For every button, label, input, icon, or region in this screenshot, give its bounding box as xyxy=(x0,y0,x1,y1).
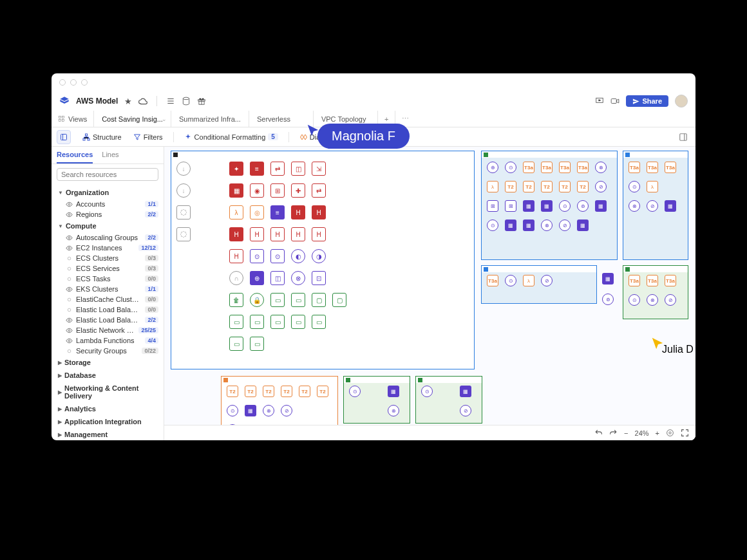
gift-icon[interactable] xyxy=(197,97,206,106)
canvas-node[interactable]: ▦ xyxy=(577,219,589,231)
window-zoom-dot[interactable] xyxy=(81,79,88,86)
tree-item[interactable]: Regions2/2 xyxy=(54,209,161,219)
tree-group-header[interactable]: ▶Networking & Content Delivery xyxy=(54,382,161,402)
canvas-node[interactable]: H xyxy=(312,205,326,219)
canvas-node[interactable]: H xyxy=(229,227,243,241)
canvas-node[interactable]: T2 xyxy=(559,181,571,192)
canvas-node[interactable]: ↓ xyxy=(176,183,191,198)
canvas-node[interactable]: ⊕ xyxy=(250,271,264,285)
window-close-dot[interactable] xyxy=(59,79,66,86)
canvas-region-tr1[interactable]: ⊕ ⊙ T3a T3a T3a T3a ⊗ λ T2 T2 T2 T2 T2 ⊘… xyxy=(481,151,618,260)
views-button[interactable]: Views xyxy=(52,111,94,127)
canvas-node[interactable]: ▦ xyxy=(595,200,607,212)
window-minimize-dot[interactable] xyxy=(70,79,77,86)
canvas-node[interactable]: ⊙ xyxy=(629,181,640,192)
filters-button[interactable]: Filters xyxy=(129,131,167,143)
tree-item[interactable]: Elastic Load Balancers0/0 xyxy=(54,304,161,315)
canvas-node[interactable]: ≡ xyxy=(270,205,285,219)
canvas-node[interactable]: T3a xyxy=(629,275,640,286)
present-icon[interactable] xyxy=(595,97,604,106)
tree-group-header[interactable]: ▶Storage xyxy=(54,356,161,369)
share-button[interactable]: Share xyxy=(626,95,668,107)
canvas-node[interactable]: H xyxy=(250,227,264,241)
tree-item[interactable]: ECS Services0/3 xyxy=(54,263,161,274)
canvas-node[interactable]: ⇄ xyxy=(312,183,326,198)
canvas-node[interactable]: ⊙ xyxy=(505,162,516,173)
canvas-node[interactable]: ▢ xyxy=(332,293,346,307)
canvas-region-bg2[interactable]: ⊙ ▦ ⊘ xyxy=(415,376,482,424)
visibility-icon[interactable] xyxy=(66,245,72,252)
canvas-node[interactable]: T2 xyxy=(577,181,589,192)
video-icon[interactable] xyxy=(610,97,619,106)
canvas-node[interactable]: T2 xyxy=(227,386,238,397)
conditional-formatting-button[interactable]: Conditional Formatting 5 xyxy=(180,131,282,143)
canvas-node[interactable]: ⊙ xyxy=(421,386,433,397)
canvas-node[interactable] xyxy=(176,227,191,241)
canvas-node[interactable]: ▦ xyxy=(665,200,676,212)
canvas-node[interactable]: ◑ xyxy=(312,249,326,263)
tree-item[interactable]: Elastic Load Balancers V22/2 xyxy=(54,315,161,325)
canvas-node[interactable]: T3a xyxy=(647,275,658,286)
canvas-node[interactable]: ⊕ xyxy=(487,162,498,173)
canvas-node[interactable]: ⊘ xyxy=(647,200,658,212)
canvas-node[interactable]: ⊙ xyxy=(250,249,264,263)
tree-group-header[interactable]: ▼Compute xyxy=(54,219,161,232)
canvas-node[interactable]: ▦ xyxy=(505,219,516,231)
canvas-node[interactable]: ▦ xyxy=(245,405,256,416)
canvas-node[interactable]: T2 xyxy=(523,181,534,192)
canvas-node[interactable]: H xyxy=(270,227,285,241)
canvas-node[interactable]: T2 xyxy=(505,181,516,192)
visibility-icon[interactable] xyxy=(66,286,72,293)
visibility-icon[interactable] xyxy=(66,201,72,208)
canvas-node[interactable]: ⊘ xyxy=(665,294,676,306)
visibility-icon[interactable] xyxy=(66,265,72,272)
visibility-icon[interactable] xyxy=(66,327,72,334)
canvas-node[interactable]: ∩ xyxy=(229,271,243,285)
canvas-node[interactable]: H xyxy=(291,205,305,219)
canvas-node[interactable]: ▭ xyxy=(250,337,264,351)
canvas-node[interactable]: T2 xyxy=(263,386,274,397)
canvas-node[interactable]: ⊗ xyxy=(263,405,274,416)
tree-item[interactable]: Security Groups0/22 xyxy=(54,346,161,356)
canvas-node[interactable]: ▭ xyxy=(312,315,326,329)
canvas-node[interactable]: ▦ xyxy=(229,183,243,198)
diagram-canvas[interactable]: ↓ ↓ ✦ ≡ ⇄ ◫ ⇲ ▦ ◉ ⊞ ✚ ⇄ λ ◎ ≡ H xyxy=(164,147,695,440)
document-title[interactable]: AWS Model xyxy=(76,97,118,106)
visibility-icon[interactable] xyxy=(66,275,72,283)
canvas-node[interactable]: T2 xyxy=(299,386,310,397)
visibility-icon[interactable] xyxy=(66,296,72,303)
user-avatar[interactable] xyxy=(675,95,688,107)
canvas-node[interactable]: T3a xyxy=(541,162,553,173)
canvas-node[interactable]: λ xyxy=(523,275,534,286)
canvas-node[interactable]: ▭ xyxy=(250,315,264,329)
canvas-node[interactable]: ✚ xyxy=(291,183,305,198)
canvas-node[interactable]: ⊗ xyxy=(647,294,658,306)
canvas-node[interactable]: H xyxy=(312,227,326,241)
tree-item[interactable]: EKS Clusters1/1 xyxy=(54,284,161,294)
canvas-node[interactable]: ▦ xyxy=(460,386,471,397)
resource-tree[interactable]: ▼OrganizationAccounts1/1Regions2/2▼Compu… xyxy=(52,185,164,440)
canvas-node[interactable]: ▭ xyxy=(229,337,243,351)
canvas-node[interactable]: ⊡ xyxy=(312,271,326,285)
tree-group-header[interactable]: ▶Application Integration xyxy=(54,415,161,428)
canvas-node[interactable]: ⇄ xyxy=(270,162,285,176)
visibility-icon[interactable] xyxy=(66,306,72,313)
target-icon[interactable] xyxy=(666,429,674,437)
canvas-region-tr2[interactable]: T3a T3a T3a ⊙ λ ⊗ ⊘ ▦ xyxy=(623,151,688,260)
canvas-node[interactable]: T3a xyxy=(577,162,589,173)
redo-button[interactable] xyxy=(609,429,618,437)
tree-group-header[interactable]: ▶Database xyxy=(54,369,161,382)
chevron-down-icon[interactable]: ⌄ xyxy=(162,116,167,122)
tree-group-header[interactable]: ▼Organization xyxy=(54,186,161,199)
canvas-node[interactable]: ⊙ xyxy=(349,386,361,397)
canvas-node[interactable]: ⊘ xyxy=(460,405,471,416)
tree-item[interactable]: Lambda Functions4/4 xyxy=(54,335,161,346)
canvas-node[interactable]: H xyxy=(229,249,243,263)
canvas-region-bg1[interactable]: ⊙ ▦ ⊗ xyxy=(343,376,410,424)
canvas-node[interactable]: ◉ xyxy=(250,183,264,198)
canvas-node[interactable]: ⊗ xyxy=(541,219,553,231)
canvas-node[interactable]: ⊙ xyxy=(227,405,238,416)
tree-group-header[interactable]: ▶Management xyxy=(54,428,161,440)
canvas-node[interactable]: T3a xyxy=(487,275,498,286)
favorite-star-icon[interactable]: ★ xyxy=(124,97,132,106)
